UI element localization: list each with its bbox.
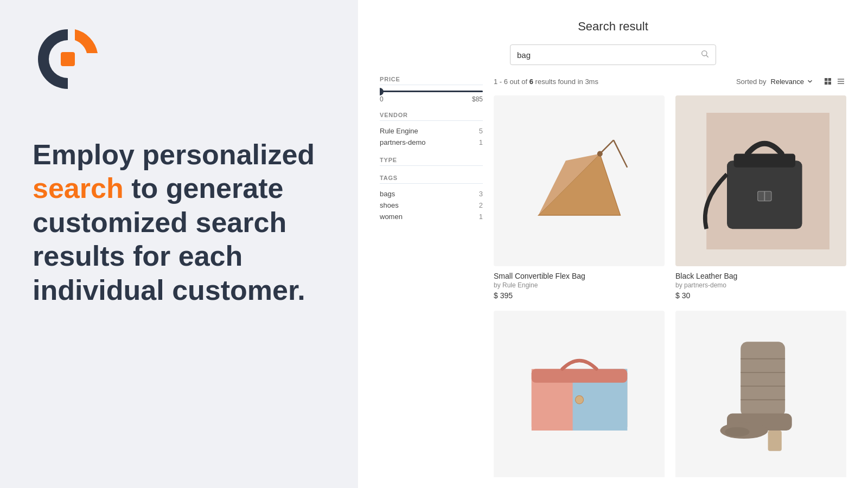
svg-point-1 bbox=[702, 51, 707, 56]
svg-rect-17 bbox=[733, 153, 795, 167]
price-filter: PRICE 0 $85 bbox=[380, 76, 483, 103]
product-image-svg bbox=[693, 113, 829, 249]
svg-line-2 bbox=[706, 55, 709, 57]
price-filter-label: PRICE bbox=[380, 76, 483, 85]
vendor-filter: VENDOR Rule Engine 5 partners-demo 1 bbox=[380, 112, 483, 148]
svg-rect-3 bbox=[825, 78, 827, 81]
right-panel: Search result PRICE bbox=[358, 0, 868, 488]
tag-count: 1 bbox=[479, 213, 483, 221]
product-image-svg bbox=[693, 328, 829, 465]
price-min: 0 bbox=[380, 95, 384, 103]
svg-point-35 bbox=[725, 427, 749, 436]
tag-name: shoes bbox=[380, 201, 399, 209]
vendor-name: Rule Engine bbox=[380, 127, 418, 135]
product-vendor: by partners-demo bbox=[675, 281, 846, 289]
svg-rect-4 bbox=[828, 78, 831, 81]
list-item[interactable]: shoes 2 bbox=[380, 200, 483, 211]
sort-dropdown[interactable]: Relevance bbox=[771, 78, 814, 86]
product-grid: Small Convertible Flex Bag by Rule Engin… bbox=[494, 95, 846, 477]
type-filter-label: TYPE bbox=[380, 157, 483, 166]
svg-rect-6 bbox=[828, 82, 831, 85]
product-card[interactable]: Pleated Heel Boot by Rule Engine $ 585 bbox=[675, 311, 846, 477]
list-item[interactable]: partners-demo 1 bbox=[380, 137, 483, 148]
svg-rect-0 bbox=[61, 52, 75, 66]
price-labels: 0 $85 bbox=[380, 95, 483, 103]
product-name: Small Convertible Flex Bag bbox=[494, 272, 665, 280]
product-image bbox=[494, 95, 665, 266]
list-view-toggle[interactable] bbox=[835, 76, 846, 87]
product-name: Black Leather Bag bbox=[675, 272, 846, 280]
price-max: $85 bbox=[472, 95, 483, 103]
tags-filter: TAGS bags 3 shoes 2 women 1 bbox=[380, 175, 483, 222]
chevron-down-icon bbox=[806, 78, 814, 85]
sort-label: Sorted by bbox=[736, 78, 767, 86]
product-card[interactable]: Small Naomi by Rule Engine $ 485 bbox=[494, 311, 665, 477]
product-image bbox=[494, 311, 665, 477]
product-card[interactable]: Small Convertible Flex Bag by Rule Engin… bbox=[494, 95, 665, 300]
sort-value: Relevance bbox=[771, 78, 804, 86]
headline: Employ personalized search to generate c… bbox=[33, 138, 326, 307]
product-vendor: by Rule Engine bbox=[494, 281, 665, 289]
logo bbox=[33, 24, 326, 94]
price-slider-track[interactable] bbox=[380, 91, 483, 92]
view-toggles bbox=[822, 76, 846, 87]
sort-area: Sorted by Relevance bbox=[736, 76, 846, 87]
svg-point-14 bbox=[597, 151, 602, 156]
search-icon bbox=[700, 49, 709, 60]
vendor-count: 1 bbox=[479, 138, 483, 146]
svg-point-26 bbox=[575, 395, 583, 403]
product-image-svg bbox=[511, 328, 648, 465]
headline-part1: Employ personalized bbox=[33, 139, 315, 170]
product-image-svg bbox=[511, 113, 648, 249]
search-bar-row bbox=[380, 44, 846, 65]
main-content: PRICE 0 $85 VENDOR Rule Engine bbox=[380, 76, 846, 477]
tag-count: 2 bbox=[479, 201, 483, 209]
type-filter: TYPE bbox=[380, 157, 483, 166]
results-info: 1 - 6 out of 6 results found in 3ms bbox=[494, 78, 598, 86]
list-item[interactable]: bags 3 bbox=[380, 188, 483, 200]
left-panel: Employ personalized search to generate c… bbox=[0, 0, 358, 488]
svg-rect-27 bbox=[741, 342, 785, 417]
list-item[interactable]: women 1 bbox=[380, 211, 483, 222]
product-card[interactable]: Black Leather Bag by partners-demo $ 30 bbox=[675, 95, 846, 300]
svg-rect-33 bbox=[768, 431, 781, 451]
search-input[interactable] bbox=[517, 50, 700, 60]
svg-line-12 bbox=[599, 140, 613, 153]
logo-icon bbox=[33, 24, 103, 94]
product-price: $ 30 bbox=[675, 291, 846, 300]
tags-filter-label: TAGS bbox=[380, 175, 483, 184]
vendor-filter-label: VENDOR bbox=[380, 112, 483, 121]
price-range[interactable]: 0 $85 bbox=[380, 91, 483, 103]
results-bar: 1 - 6 out of 6 results found in 3ms Sort… bbox=[494, 76, 846, 87]
price-slider-fill bbox=[380, 91, 483, 92]
svg-rect-5 bbox=[825, 82, 827, 85]
product-price: $ 395 bbox=[494, 291, 665, 300]
tag-count: 3 bbox=[479, 190, 483, 198]
tag-name: bags bbox=[380, 190, 395, 198]
list-item[interactable]: Rule Engine 5 bbox=[380, 125, 483, 137]
results-count: 6 bbox=[529, 78, 533, 86]
page-title: Search result bbox=[380, 20, 846, 34]
headline-highlight: search bbox=[33, 172, 124, 204]
grid-view-toggle[interactable] bbox=[822, 76, 833, 87]
svg-line-13 bbox=[614, 140, 627, 167]
vendor-count: 5 bbox=[479, 127, 483, 135]
svg-rect-25 bbox=[531, 369, 627, 382]
vendor-name: partners-demo bbox=[380, 138, 426, 146]
tag-name: women bbox=[380, 213, 403, 221]
search-box[interactable] bbox=[510, 44, 716, 65]
filters-sidebar: PRICE 0 $85 VENDOR Rule Engine bbox=[380, 76, 483, 477]
products-area: 1 - 6 out of 6 results found in 3ms Sort… bbox=[494, 76, 846, 477]
price-slider-thumb[interactable] bbox=[380, 88, 384, 95]
product-image bbox=[675, 95, 846, 266]
product-image bbox=[675, 311, 846, 477]
